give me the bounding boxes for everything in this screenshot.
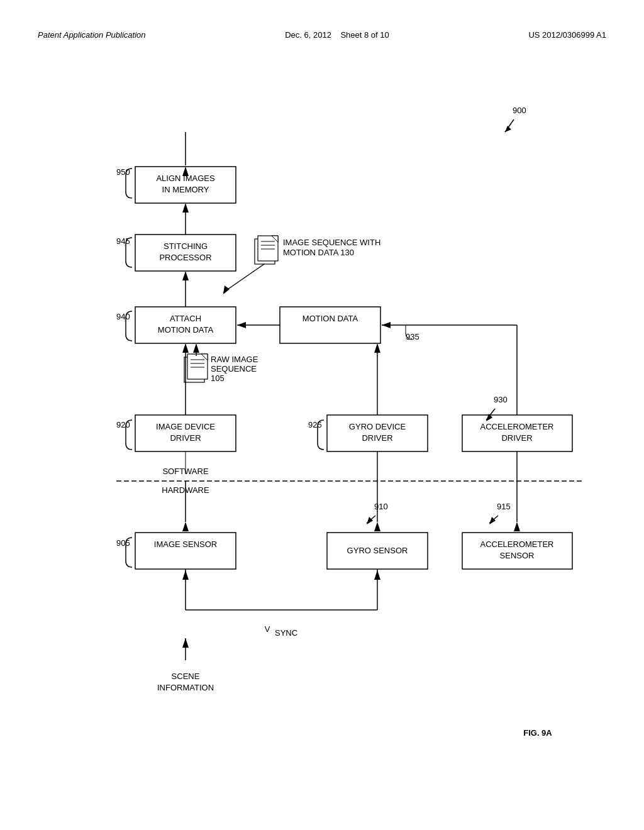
ref-950: 950 xyxy=(116,167,130,177)
image-device-driver-label-2: DRIVER xyxy=(170,433,201,443)
svg-line-11 xyxy=(223,264,264,292)
accelerometer-sensor-label-2: SENSOR xyxy=(500,551,535,560)
ref-915: 915 xyxy=(497,502,511,511)
svg-marker-25 xyxy=(193,343,199,353)
svg-rect-20 xyxy=(187,354,208,379)
motion-data-label-1: MOTION DATA xyxy=(303,314,358,323)
ref-935: 935 xyxy=(406,332,419,341)
svg-rect-7 xyxy=(258,236,278,261)
align-images-label-2: IN MEMORY xyxy=(162,185,209,194)
image-seq-motion-label-1: IMAGE SEQUENCE WITH xyxy=(283,238,380,247)
image-sensor-label-1: IMAGE SENSOR xyxy=(154,540,217,549)
page: Patent Application Publication Dec. 6, 2… xyxy=(0,0,644,830)
scene-info-label-1: SCENE xyxy=(172,672,200,681)
svg-marker-14 xyxy=(182,271,189,280)
page-header: Patent Application Publication Dec. 6, 2… xyxy=(38,30,606,40)
gyro-sensor-label: GYRO SENSOR xyxy=(347,546,408,555)
vsync-sub: SYNC xyxy=(275,628,297,638)
svg-marker-3 xyxy=(182,167,189,176)
svg-marker-52 xyxy=(182,638,189,648)
accelerometer-sensor-label-1: ACCELEROMETER xyxy=(480,540,553,549)
stitching-processor-label-1: STITCHING xyxy=(164,241,208,251)
raw-image-seq-label-2: SEQUENCE xyxy=(211,364,257,374)
ref-905: 905 xyxy=(116,538,130,548)
accelerometer-driver-label-1: ACCELEROMETER xyxy=(480,422,553,431)
svg-marker-49 xyxy=(182,570,189,580)
svg-marker-29 xyxy=(374,343,380,353)
svg-marker-5 xyxy=(182,203,189,213)
svg-marker-39 xyxy=(182,522,189,531)
ref-945: 945 xyxy=(116,236,130,246)
fig-label: FIG. 9A xyxy=(523,728,552,738)
image-seq-motion-label-2: MOTION DATA 130 xyxy=(283,248,354,257)
attach-motion-label-1: ATTACH xyxy=(170,314,201,323)
ref-910: 910 xyxy=(374,502,388,511)
header-date-sheet: Dec. 6, 2012 Sheet 8 of 10 xyxy=(285,30,389,40)
attach-motion-label-2: MOTION DATA xyxy=(158,325,214,335)
svg-marker-1 xyxy=(505,126,511,132)
image-device-driver-label-1: IMAGE DEVICE xyxy=(156,422,215,431)
accelerometer-driver-label-2: DRIVER xyxy=(501,433,532,443)
stitching-processor-label-2: PROCESSOR xyxy=(159,253,211,262)
svg-marker-50 xyxy=(374,570,380,580)
header-publication: Patent Application Publication xyxy=(38,30,146,40)
ref-940: 940 xyxy=(116,312,130,321)
raw-image-seq-label-1: RAW IMAGE xyxy=(211,355,258,364)
ref-900: 900 xyxy=(513,106,526,115)
gyro-device-driver-label-2: DRIVER xyxy=(362,433,392,443)
gyro-device-driver-label-1: GYRO DEVICE xyxy=(349,422,406,431)
raw-image-seq-label-3: 105 xyxy=(211,374,225,383)
image-sensor-box xyxy=(135,533,236,569)
svg-marker-45 xyxy=(514,522,520,531)
svg-marker-16 xyxy=(237,322,246,328)
svg-marker-27 xyxy=(182,343,189,353)
svg-marker-12 xyxy=(223,285,230,294)
vsync-v: V xyxy=(265,624,270,634)
header-patent-number: US 2012/0306999 A1 xyxy=(528,30,606,40)
ref-930: 930 xyxy=(494,395,508,404)
svg-marker-42 xyxy=(374,522,380,531)
scene-info-label-2: INFORMATION xyxy=(157,683,214,692)
svg-marker-18 xyxy=(382,322,391,328)
motion-data-box xyxy=(280,307,380,343)
diagram-svg: text { font-family: Arial, Helvetica, sa… xyxy=(35,69,613,780)
